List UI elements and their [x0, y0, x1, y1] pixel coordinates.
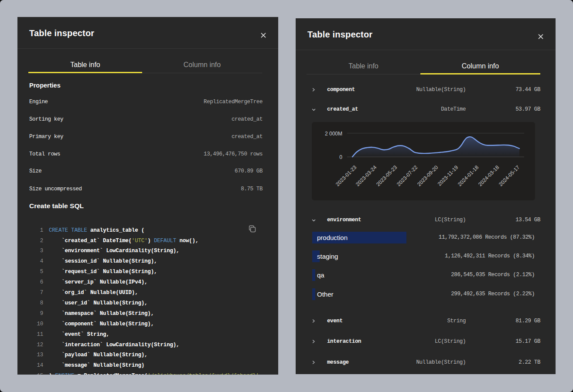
- svg-text:2 000M: 2 000M: [325, 131, 342, 137]
- svg-text:0: 0: [339, 154, 342, 160]
